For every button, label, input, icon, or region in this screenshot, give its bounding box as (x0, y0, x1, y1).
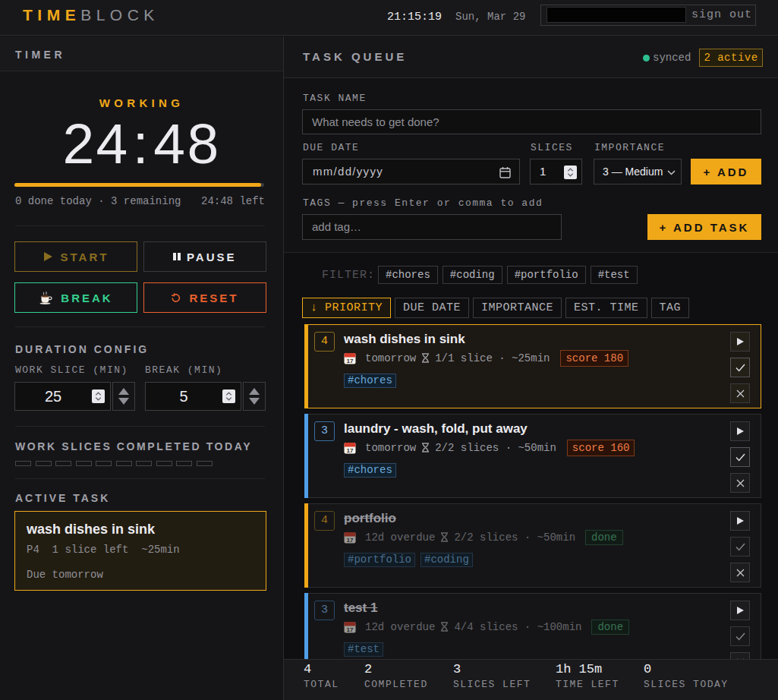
svg-text:17: 17 (347, 357, 354, 364)
svg-text:17: 17 (347, 626, 354, 632)
svg-text:17: 17 (347, 536, 354, 543)
svg-text:17: 17 (347, 446, 354, 453)
